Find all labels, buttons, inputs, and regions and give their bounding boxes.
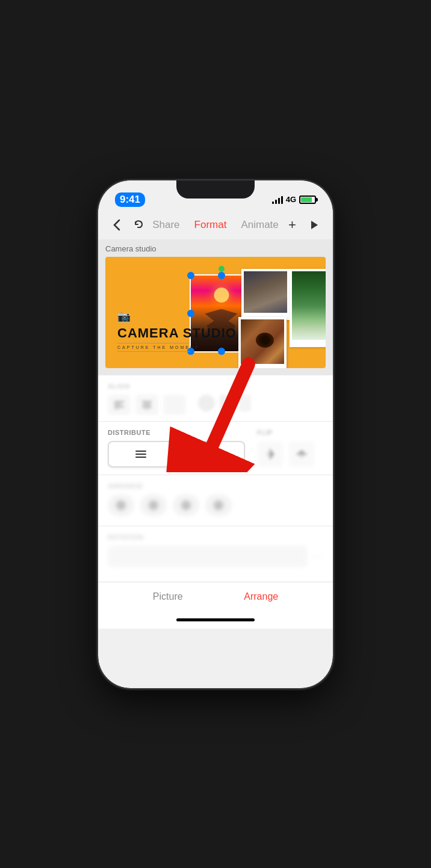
rotation-control: ⋯ [108, 546, 323, 567]
studio-subtitle: CAPTURE THE MOMENT [117, 345, 237, 349]
flip-buttons [257, 441, 323, 467]
slide-label: Camera studio [105, 244, 326, 253]
arrange-buttons [108, 494, 323, 516]
svg-rect-2 [114, 406, 124, 407]
align-section-blurred: ALIGN [98, 375, 333, 419]
flip-horizontal-btn [257, 441, 284, 467]
distribute-label: DISTRIBUTE [108, 429, 245, 436]
arrange-btn-4 [205, 494, 232, 516]
arrange-btn-3 [173, 494, 199, 516]
add-button[interactable]: + [284, 214, 301, 236]
toolbar-title: Share Format Animate [152, 219, 279, 231]
signal-bars [272, 195, 283, 204]
play-button[interactable] [306, 214, 323, 236]
tab-animate[interactable]: Animate [241, 219, 278, 231]
tab-picture[interactable]: Picture [153, 591, 183, 602]
bottom-tabs: Picture Arrange [98, 582, 333, 612]
align-icon-5-blurred [220, 395, 234, 411]
polaroid-waterfall[interactable] [290, 269, 326, 347]
flip-v-icon [295, 448, 308, 460]
signal-4g-label: 4G [286, 195, 296, 204]
tab-share[interactable]: Share [152, 219, 179, 231]
flip-vertical-btn [288, 441, 315, 467]
svg-rect-1 [114, 404, 121, 405]
svg-rect-7 [144, 408, 150, 409]
align-right-btn-blurred [163, 395, 186, 415]
arrange-btn-1 [108, 494, 134, 516]
undo-button[interactable] [130, 214, 147, 236]
separator-2 [98, 475, 333, 475]
align-icon-6-blurred [239, 395, 251, 411]
align-center-icon [142, 401, 152, 409]
back-button[interactable] [108, 214, 125, 236]
studio-line-right [117, 351, 190, 352]
slide-canvas[interactable]: 📷 CAMERA STUDIO CAPTURE THE MOMENT [105, 257, 326, 368]
distribute-flip-row: DISTRIBUTE [98, 424, 333, 472]
align-label-blurred: ALIGN [108, 383, 323, 390]
polaroid-spider[interactable] [238, 317, 287, 368]
align-buttons-blurred [108, 395, 323, 415]
home-indicator [98, 612, 333, 629]
status-time: 9:41 [115, 192, 145, 207]
distribute-row-container: DISTRIBUTE [98, 424, 333, 472]
svg-rect-3 [114, 408, 119, 409]
arrange-btn-2 [140, 494, 167, 516]
undo-icon [133, 219, 145, 231]
back-icon [113, 219, 120, 231]
svg-rect-0 [114, 401, 124, 402]
distribute-horizontal-btn[interactable] [108, 441, 174, 467]
align-left-icon [114, 401, 124, 409]
h-lines-icon [135, 451, 146, 458]
align-icon-4-blurred [198, 395, 215, 411]
studio-title: CAMERA STUDIO [117, 325, 237, 341]
rock-photo [244, 271, 287, 313]
toolbar: Share Format Animate + [98, 211, 333, 239]
distribute-section: DISTRIBUTE [108, 429, 245, 467]
rotation-section-blurred: ROTATION ⋯ [98, 529, 333, 572]
align-left-btn-blurred [108, 395, 131, 415]
spider-photo [241, 319, 284, 364]
phone-screen: 9:41 4G [98, 180, 333, 688]
canvas-area: Camera studio [98, 239, 333, 375]
handle-tc[interactable] [218, 272, 225, 279]
svg-rect-5 [143, 404, 150, 405]
battery-icon [299, 195, 316, 204]
home-bar [176, 618, 255, 621]
arrange-section-blurred: ARRANGE [98, 478, 333, 523]
tab-format[interactable]: Format [194, 219, 227, 231]
rotation-stepper: ⋯ [312, 550, 323, 563]
bottom-panel: ALIGN [98, 375, 333, 582]
svg-rect-4 [142, 401, 152, 402]
arrange-order-label: ARRANGE [108, 482, 323, 490]
tab-arrange[interactable]: Arrange [244, 591, 278, 602]
signal-bar-3 [278, 198, 280, 204]
status-bar: 9:41 4G [98, 180, 333, 211]
signal-bar-4 [281, 196, 283, 204]
distribute-vertical-btn[interactable] [179, 441, 245, 467]
studio-line-left [117, 343, 190, 343]
flip-h-icon [264, 448, 277, 460]
distribute-buttons [108, 441, 245, 467]
phone-frame: 9:41 4G [98, 180, 333, 688]
flip-label: FLIP [257, 429, 323, 436]
rotation-input [108, 546, 308, 567]
play-icon [310, 220, 318, 230]
rotation-handle[interactable] [219, 266, 225, 272]
status-right: 4G [272, 195, 316, 204]
waterfall-photo [292, 271, 326, 340]
v-lines-icon [208, 449, 216, 460]
signal-bar-2 [275, 200, 277, 204]
battery-fill [301, 197, 312, 202]
separator-1 [98, 421, 333, 422]
signal-bar-1 [272, 202, 274, 204]
svg-rect-6 [142, 406, 152, 407]
rotation-label: ROTATION [108, 534, 323, 541]
polaroid-rock[interactable] [241, 269, 290, 320]
handle-tl[interactable] [187, 272, 194, 279]
align-center-btn-blurred [135, 395, 158, 415]
camera-icon: 📷 [117, 310, 237, 323]
studio-text: 📷 CAMERA STUDIO CAPTURE THE MOMENT [117, 310, 237, 354]
notch [176, 180, 255, 199]
separator-3 [98, 526, 333, 526]
flip-section: FLIP [257, 429, 323, 467]
